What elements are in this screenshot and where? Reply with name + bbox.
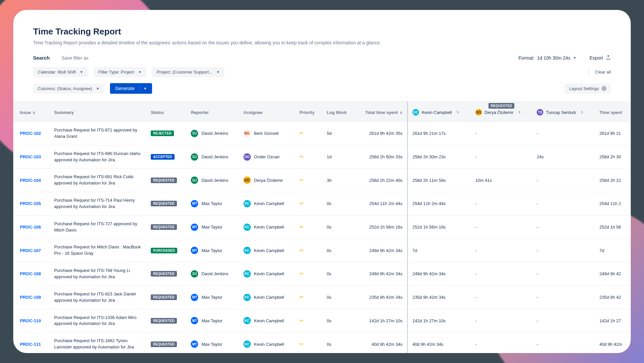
avatar: DJ: [191, 270, 198, 278]
sort-icon: ⇅: [33, 111, 35, 115]
filter-type-filter[interactable]: Filter Type: Project ▼: [94, 67, 146, 77]
col-total[interactable]: Total time spent⇅: [355, 101, 407, 122]
cell-total: 252d 1h 56m 16s: [355, 215, 407, 239]
issue-link[interactable]: PROC-109: [20, 295, 41, 300]
cell-status: REQUESTED: [146, 333, 186, 353]
chevron-down-icon: ▼: [138, 70, 141, 74]
col-assignee[interactable]: Assignee: [239, 101, 295, 122]
col-assignee-kc[interactable]: KCKevin Campbell⇅: [407, 101, 471, 122]
issue-link[interactable]: PROC-107: [20, 248, 41, 253]
sort-icon: ⇅: [581, 111, 583, 114]
report-table: Issue⇅ Summary Status Reporter Assignee …: [13, 101, 631, 353]
cell-ts: -: [532, 169, 595, 192]
avatar: DÖ: [243, 177, 251, 184]
table-row: PROC-104 Purchase Request for ITS-691 Ri…: [13, 169, 631, 192]
export-button[interactable]: Export: [590, 55, 611, 61]
cell-issue: PROC-108: [13, 262, 49, 286]
status-badge: REQUESTED: [151, 224, 177, 230]
save-filter-link[interactable]: Save filter as: [62, 55, 88, 61]
cell-kc: 235d 9h 42m 34s: [407, 285, 471, 309]
avatar: OO: [243, 153, 251, 161]
col-issue[interactable]: Issue⇅: [13, 101, 49, 122]
priority-medium-icon: ═: [299, 224, 303, 230]
cell-status: REQUESTED: [146, 309, 186, 333]
issue-link[interactable]: PROC-105: [20, 201, 41, 206]
issue-link[interactable]: PROC-108: [20, 271, 41, 276]
issue-link[interactable]: PROC-111: [20, 342, 41, 347]
search-label[interactable]: Search: [33, 55, 50, 61]
table-row: PROC-107 Purchase Request for Mitch Davi…: [13, 239, 631, 262]
cell-assignee: DÖDerya Özdemir: [239, 169, 295, 192]
cell-do: -: [471, 285, 532, 309]
status-badge: REQUESTED: [151, 318, 177, 324]
project-filter[interactable]: Project: (Customer Support... ▼: [152, 67, 224, 77]
report-table-wrap[interactable]: Issue⇅ Summary Status Reporter Assignee …: [13, 101, 631, 353]
table-row: PROC-103 Purchase Request for ITS-690 Du…: [13, 145, 631, 169]
priority-medium-icon: ═: [299, 200, 303, 206]
cell-ts: 24s: [532, 145, 595, 169]
cell-issue: PROC-109: [13, 285, 49, 309]
columns-filter[interactable]: Columns: (Status, Assignee) ▼: [33, 83, 104, 94]
col-assignee-ts[interactable]: TSTuncay Senturk⇅: [532, 101, 595, 122]
priority-medium-icon: ═: [299, 130, 303, 136]
cell-assignee: KCKevin Campbell: [239, 192, 295, 216]
cell-total: 258d 2h 50m 33s: [355, 145, 407, 169]
priority-medium-icon: ═: [299, 154, 303, 159]
table-row: PROC-106 Purchase Request for ITS-727 ap…: [13, 215, 631, 239]
col-status[interactable]: Status: [146, 101, 186, 122]
cell-assignee: KCKevin Campbell: [239, 239, 295, 262]
cell-total: 258d 2h 22m 40s: [355, 169, 407, 192]
divider: [589, 69, 589, 75]
avatar: MT: [191, 247, 198, 254]
cell-do: -: [471, 145, 532, 169]
avatar: BG: [243, 130, 251, 137]
cell-reporter: DJDavid Jenkins: [186, 169, 239, 192]
format-dropdown[interactable]: Format: 1d 10h 30m 24s ▼: [518, 55, 576, 61]
cell-summary: Purchase Request for Mitch Davis : MacBo…: [49, 239, 146, 262]
cell-do: -: [471, 262, 532, 286]
cell-total: 249d 9h 42m 34s: [355, 239, 407, 262]
cell-total: 249d 9h 42m 34s: [355, 262, 407, 286]
issue-link[interactable]: PROC-103: [20, 154, 41, 159]
cell-status: REJECTED: [146, 122, 186, 145]
cell-issue: PROC-103: [13, 145, 49, 169]
issue-link[interactable]: PROC-104: [20, 178, 41, 183]
col-assignee-do[interactable]: REQUESTED DÖDerya Özdemir⇅: [471, 101, 532, 122]
issue-link[interactable]: PROC-106: [20, 225, 41, 230]
cell-timespent: 7d: [595, 239, 631, 262]
layout-settings-button[interactable]: Layout Settings: [564, 83, 611, 94]
avatar: KC: [412, 109, 419, 116]
cell-issue: PROC-110: [13, 309, 49, 333]
clear-all-link[interactable]: Clear all: [595, 70, 611, 75]
cell-do: -: [471, 192, 532, 216]
cell-assignee: BGBerk Günseli: [239, 122, 295, 145]
filter-row-2: Columns: (Status, Assignee) ▼ Generate ▼…: [33, 83, 611, 94]
priority-medium-icon: ═: [299, 177, 303, 183]
cell-timespent: 252d 1h 56: [595, 215, 631, 239]
issue-link[interactable]: PROC-102: [20, 131, 41, 136]
cell-logwork: 3h: [322, 169, 355, 192]
issue-link[interactable]: PROC-110: [20, 318, 41, 323]
cell-summary: Purchase Request for ITS-1336 Adam Miro …: [49, 309, 146, 333]
col-reporter[interactable]: Reporter: [186, 101, 239, 122]
generate-button[interactable]: Generate ▼: [110, 83, 152, 94]
cell-logwork: 0s: [322, 192, 355, 216]
cell-priority: ═: [295, 215, 322, 239]
cell-summary: Purchase Request for ITS-1882 Tyrion Lan…: [49, 333, 146, 353]
cell-priority: ═: [295, 145, 322, 169]
cell-status: REQUESTED: [146, 285, 186, 309]
col-timespent[interactable]: Time spent: [595, 101, 631, 122]
calendar-filter[interactable]: Calendar: 8to8 Shift ▼: [33, 67, 88, 77]
cell-total: 261d 9h 42m 35s: [355, 122, 407, 145]
cell-ts: -: [532, 122, 595, 145]
avatar: MT: [191, 224, 198, 231]
col-summary[interactable]: Summary: [49, 101, 146, 122]
cell-issue: PROC-111: [13, 333, 49, 353]
col-priority[interactable]: Priority: [295, 101, 322, 122]
col-logwork[interactable]: Log Work: [322, 101, 355, 122]
cell-reporter: MTMax Taylor: [186, 309, 239, 333]
avatar: TS: [537, 109, 543, 116]
table-row: PROC-111 Purchase Request for ITS-1882 T…: [13, 333, 631, 353]
cell-total: 235d 9h 42m 34s: [355, 285, 407, 309]
page-title: Time Tracking Report: [33, 26, 611, 37]
